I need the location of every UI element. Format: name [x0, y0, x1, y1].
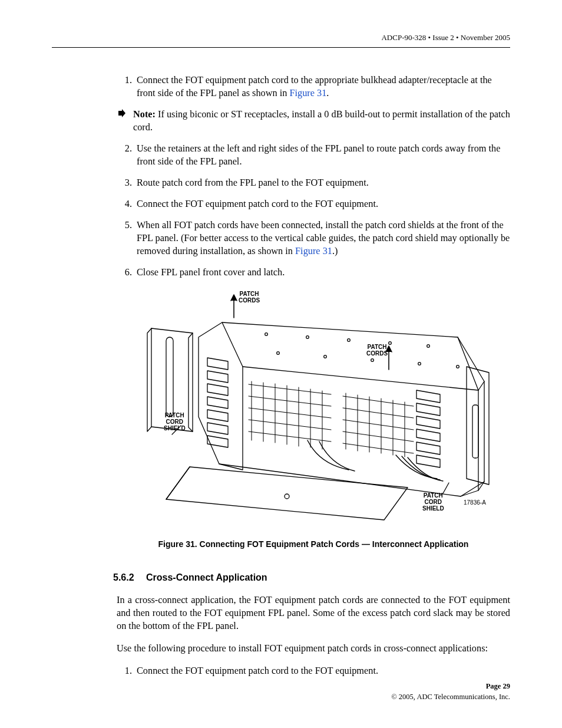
step-number: 1.: [117, 664, 137, 677]
header-rule: [52, 47, 510, 48]
note-block: Note: If using biconic or ST receptacles…: [117, 108, 510, 134]
step-text: Connect the FOT equipment patch cord to …: [137, 664, 510, 677]
page-number: Page 29: [391, 681, 510, 692]
step-6: 6. Close FPL panel front cover and latch…: [117, 266, 510, 279]
figure-label-shield-left: PATCHCORDSHIELD: [164, 412, 186, 431]
step-5: 5. When all FOT patch cords have been co…: [117, 219, 510, 258]
svg-point-4: [427, 345, 430, 348]
step-text: Route patch cord from the FPL panel to t…: [137, 176, 510, 189]
svg-point-2: [348, 339, 351, 342]
section-title: Cross-Connect Application: [146, 572, 267, 583]
step-number: 3.: [117, 176, 137, 189]
step-text: Connect the FOT equipment patch cord to …: [137, 74, 510, 100]
step-number: 4.: [117, 197, 137, 210]
note-arrow-icon: [117, 108, 133, 117]
page-footer: Page 29 © 2005, ADC Telecommunications, …: [391, 681, 510, 702]
document-header: ADCP-90-328 • Issue 2 • November 2005: [52, 33, 510, 42]
step-text: Use the retainers at the left and right …: [137, 142, 510, 168]
step-number: 1.: [117, 74, 137, 100]
svg-point-1: [306, 336, 309, 339]
svg-point-3: [389, 342, 392, 345]
step-1b: 1. Connect the FOT equipment patch cord …: [117, 664, 510, 677]
text-run: .): [332, 245, 338, 256]
step-number: 5.: [117, 219, 137, 258]
svg-point-5: [277, 352, 280, 355]
step-2: 2. Use the retainers at the left and rig…: [117, 142, 510, 168]
figure-31: PATCHCORDS PATCHCORDS PATCHCORDSHIELD PA…: [117, 287, 510, 549]
section-number: 5.6.2: [113, 572, 146, 583]
step-number: 6.: [117, 266, 137, 279]
paragraph: Use the following procedure to install F…: [117, 642, 510, 655]
procedure-list: 1. Connect the FOT equipment patch cord …: [117, 74, 510, 100]
svg-point-9: [457, 365, 459, 368]
step-3: 3. Route patch cord from the FPL panel t…: [117, 176, 510, 189]
svg-point-8: [418, 363, 421, 365]
figure-svg: [131, 287, 496, 523]
copyright: © 2005, ADC Telecommunications, Inc.: [391, 692, 510, 703]
section-heading-5-6-2: 5.6.2 Cross-Connect Application: [113, 572, 510, 583]
note-label: Note:: [133, 108, 156, 120]
step-text: When all FOT patch cords have been conne…: [137, 219, 510, 258]
note-text: Note: If using biconic or ST receptacles…: [133, 108, 510, 134]
text-run: If using biconic or ST receptacles, inst…: [133, 108, 510, 133]
figure-id: 17836-A: [464, 499, 486, 506]
svg-point-7: [371, 359, 374, 362]
step-text: Connect the FOT equipment patch cord to …: [137, 197, 510, 210]
procedure-list-2: 1. Connect the FOT equipment patch cord …: [117, 664, 510, 677]
step-number: 2.: [117, 142, 137, 168]
step-text: Close FPL panel front cover and latch.: [137, 266, 510, 279]
svg-point-6: [324, 355, 327, 358]
step-1: 1. Connect the FOT equipment patch cord …: [117, 74, 510, 100]
figure-link[interactable]: Figure 31: [289, 87, 326, 98]
svg-point-0: [265, 333, 268, 336]
svg-rect-11: [472, 405, 478, 458]
figure-label-patch-cords-right: PATCHCORDS: [366, 344, 388, 357]
figure-label-shield-right: PATCHCORDSHIELD: [422, 492, 444, 512]
step-4: 4. Connect the FOT equipment patch cord …: [117, 197, 510, 210]
figure-caption: Figure 31. Connecting FOT Equipment Patc…: [117, 539, 510, 549]
figure-link[interactable]: Figure 31: [295, 245, 332, 256]
figure-label-patch-cords-left: PATCHCORDS: [239, 291, 260, 304]
svg-point-12: [285, 494, 289, 499]
svg-rect-10: [166, 337, 173, 417]
text-run: .: [326, 87, 329, 98]
procedure-list-cont: 2. Use the retainers at the left and rig…: [117, 142, 510, 279]
paragraph: In a cross-connect application, the FOT …: [117, 594, 510, 633]
